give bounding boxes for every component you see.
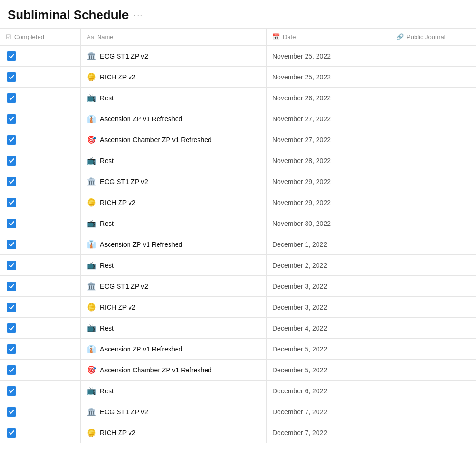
row-name: Rest xyxy=(100,220,114,227)
row-emoji: 🎯 xyxy=(87,135,96,144)
row-emoji: 🏛️ xyxy=(87,407,96,416)
completed-cell xyxy=(0,360,81,380)
table-row: 🎯Ascension Chamber ZP v1 RefreshedDecemb… xyxy=(0,360,476,381)
table-row: 🏛️EOG ST1 ZP v2November 29, 2022 xyxy=(0,171,476,192)
completed-cell xyxy=(0,46,81,66)
table-row: 🪙RICH ZP v2November 29, 2022 xyxy=(0,192,476,213)
checkbox[interactable] xyxy=(7,365,16,375)
name-cell: 📺Rest xyxy=(81,381,267,401)
journal-cell xyxy=(390,129,476,150)
name-cell: 🎯Ascension Chamber ZP v1 Refreshed xyxy=(81,360,267,380)
more-options-icon[interactable]: ··· xyxy=(133,10,143,20)
checkbox-header-icon: ☑ xyxy=(6,33,11,40)
checkbox[interactable] xyxy=(7,323,16,333)
checkbox[interactable] xyxy=(7,156,16,166)
table-row: 🎯Ascension Chamber ZP v1 RefreshedNovemb… xyxy=(0,129,476,150)
table-row: 📺RestNovember 28, 2022 xyxy=(0,150,476,171)
checkbox[interactable] xyxy=(7,198,16,207)
checkbox[interactable] xyxy=(7,93,16,103)
name-cell: 🪙RICH ZP v2 xyxy=(81,192,267,213)
journal-cell xyxy=(390,150,476,171)
name-cell: 🎯Ascension Chamber ZP v1 Refreshed xyxy=(81,129,267,150)
completed-cell xyxy=(0,297,81,317)
journal-cell xyxy=(390,255,476,275)
journal-cell xyxy=(390,192,476,213)
completed-cell xyxy=(0,318,81,338)
checkbox[interactable] xyxy=(7,282,16,291)
page: Subliminal Schedule ··· ☑ Completed Aa N… xyxy=(0,0,476,449)
checkbox[interactable] xyxy=(7,219,16,228)
completed-cell xyxy=(0,129,81,150)
row-name: EOG ST1 ZP v2 xyxy=(100,52,148,60)
name-cell: 🪙RICH ZP v2 xyxy=(81,297,267,317)
table-row: 🪙RICH ZP v2November 25, 2022 xyxy=(0,67,476,88)
checkbox[interactable] xyxy=(7,240,16,249)
checkbox[interactable] xyxy=(7,407,16,417)
journal-cell xyxy=(390,318,476,338)
header-journal: 🔗 Public Journal xyxy=(390,29,476,45)
completed-cell xyxy=(0,339,81,359)
checkbox[interactable] xyxy=(7,344,16,354)
table-row: 📺RestDecember 6, 2022 xyxy=(0,381,476,401)
name-cell: 📺Rest xyxy=(81,150,267,171)
checkbox[interactable] xyxy=(7,114,16,124)
table-row: 📺RestNovember 26, 2022 xyxy=(0,88,476,108)
row-emoji: 🏛️ xyxy=(87,282,96,291)
header-date-label: Date xyxy=(283,33,296,40)
checkbox[interactable] xyxy=(7,303,16,312)
header-name: Aa Name xyxy=(81,29,267,45)
checkbox[interactable] xyxy=(7,386,16,396)
page-header: Subliminal Schedule ··· xyxy=(0,8,476,28)
row-emoji: 🏛️ xyxy=(87,177,96,186)
name-cell: 🏛️EOG ST1 ZP v2 xyxy=(81,401,267,422)
row-emoji: 🪙 xyxy=(87,72,96,81)
name-cell: 👔Ascension ZP v1 Refreshed xyxy=(81,234,267,254)
row-name: EOG ST1 ZP v2 xyxy=(100,283,148,290)
checkbox[interactable] xyxy=(7,51,16,61)
date-cell: December 3, 2022 xyxy=(267,276,390,296)
date-cell: December 5, 2022 xyxy=(267,339,390,359)
table-row: 📺RestDecember 4, 2022 xyxy=(0,318,476,339)
date-cell: November 27, 2022 xyxy=(267,108,390,129)
journal-cell xyxy=(390,108,476,129)
completed-cell xyxy=(0,171,81,192)
journal-cell xyxy=(390,401,476,422)
checkbox[interactable] xyxy=(7,177,16,186)
table-header: ☑ Completed Aa Name 📅 Date 🔗 Public Jour… xyxy=(0,29,476,46)
completed-cell xyxy=(0,255,81,275)
table-row: 🏛️EOG ST1 ZP v2November 25, 2022 xyxy=(0,46,476,67)
row-name: Rest xyxy=(100,387,114,395)
journal-cell xyxy=(390,213,476,234)
row-emoji: 🪙 xyxy=(87,428,96,437)
row-name: EOG ST1 ZP v2 xyxy=(100,178,148,185)
row-name: Ascension ZP v1 Refreshed xyxy=(100,115,182,123)
name-cell: 📺Rest xyxy=(81,88,267,108)
row-name: RICH ZP v2 xyxy=(100,303,135,311)
row-emoji: 📺 xyxy=(87,386,96,395)
journal-cell xyxy=(390,276,476,296)
date-cell: November 25, 2022 xyxy=(267,46,390,66)
table-row: 🏛️EOG ST1 ZP v2December 7, 2022 xyxy=(0,401,476,422)
date-cell: November 27, 2022 xyxy=(267,129,390,150)
journal-cell xyxy=(390,46,476,66)
checkbox[interactable] xyxy=(7,72,16,82)
row-name: Rest xyxy=(100,94,114,102)
completed-cell xyxy=(0,422,81,443)
row-name: Ascension ZP v1 Refreshed xyxy=(100,345,182,353)
row-name: Rest xyxy=(100,262,114,269)
date-cell: December 2, 2022 xyxy=(267,255,390,275)
row-emoji: 👔 xyxy=(87,240,96,249)
checkbox[interactable] xyxy=(7,261,16,270)
row-emoji: 📺 xyxy=(87,323,96,332)
table-row: 🪙RICH ZP v2December 3, 2022 xyxy=(0,297,476,318)
completed-cell xyxy=(0,213,81,234)
date-cell: December 1, 2022 xyxy=(267,234,390,254)
date-cell: November 29, 2022 xyxy=(267,171,390,192)
checkbox[interactable] xyxy=(7,428,16,438)
date-cell: November 25, 2022 xyxy=(267,67,390,87)
header-name-label: Name xyxy=(97,33,114,40)
journal-cell xyxy=(390,297,476,317)
header-completed-label: Completed xyxy=(14,33,44,40)
checkbox[interactable] xyxy=(7,135,16,145)
date-cell: November 26, 2022 xyxy=(267,88,390,108)
